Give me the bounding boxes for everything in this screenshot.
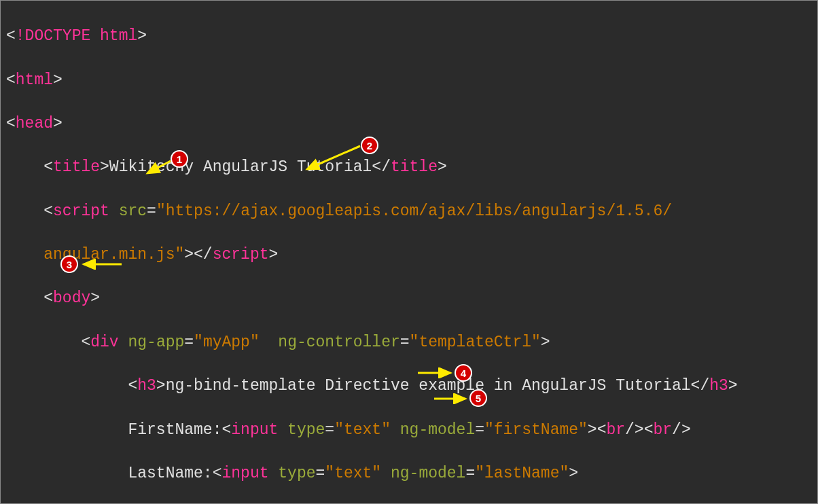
code-line: FirstName:<input type="text" ng-model="f… — [6, 419, 812, 441]
code-line: <script src="https://ajax.googleapis.com… — [6, 200, 812, 222]
arrow-icon — [415, 367, 456, 378]
callout-badge-5: 5 — [469, 389, 487, 407]
callout-badge-3: 3 — [60, 255, 78, 273]
code-line: <body> — [6, 287, 812, 309]
code-line: <h3>ng-bind-template Directive example i… — [6, 375, 812, 397]
callout-badge-1: 1 — [171, 150, 188, 168]
code-line: LastName:<input type="text" ng-model="la… — [6, 463, 812, 484]
code-line: <html> — [6, 69, 812, 91]
code-line: <!DOCTYPE html> — [6, 25, 812, 47]
arrow-icon — [143, 158, 174, 179]
code-line: <title>Wikitechy AngularJS Tutorial</tit… — [6, 156, 812, 178]
arrow-icon — [79, 259, 127, 270]
callout-badge-4: 4 — [455, 364, 472, 382]
arrow-icon — [303, 143, 364, 174]
code-line: <div ng-app="myApp" ng-controller="templ… — [6, 331, 812, 353]
callout-badge-2: 2 — [361, 137, 378, 154]
arrow-icon — [431, 393, 472, 404]
svg-line-3 — [307, 146, 360, 169]
code-block: <!DOCTYPE html> <html> <head> <title>Wik… — [1, 1, 817, 504]
svg-line-1 — [147, 161, 171, 173]
code-line: <head> — [6, 113, 812, 134]
